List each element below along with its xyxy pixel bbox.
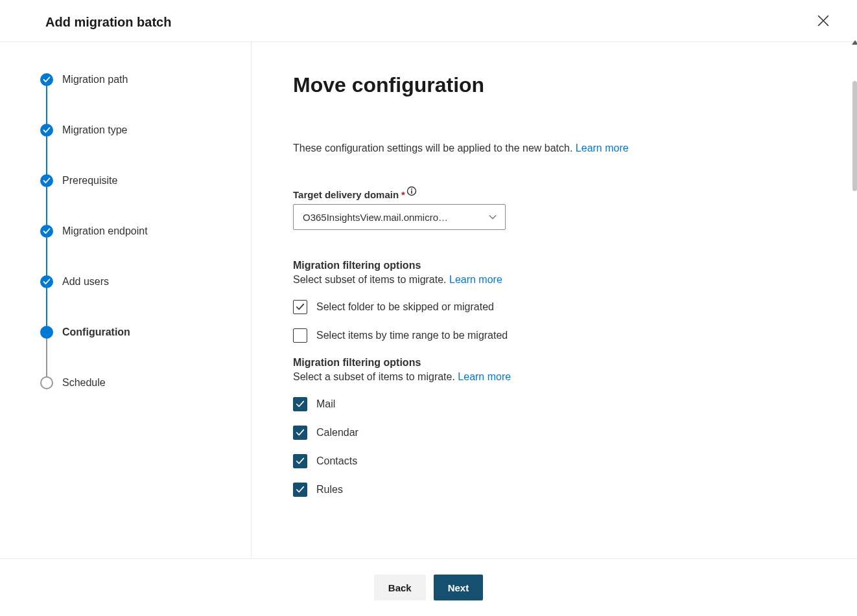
checkbox-icon: [293, 483, 307, 497]
wizard-step-migration-path[interactable]: Migration path: [40, 73, 251, 124]
filtering-options-subtitle-text: Select subset of items to migrate.: [293, 274, 449, 285]
checkbox-label: Contacts: [316, 455, 357, 467]
intro-text: These configuration settings will be app…: [293, 143, 818, 154]
checkbox-label: Mail: [316, 398, 335, 410]
checkbox-select-folder[interactable]: Select folder to be skipped or migrated: [293, 300, 818, 314]
required-asterisk: *: [401, 189, 405, 200]
filtering-options-subtitle-2-text: Select a subset of items to migrate.: [293, 371, 458, 382]
target-domain-dropdown[interactable]: O365InsightsView.mail.onmicro…: [293, 204, 506, 230]
filtering-options-subtitle-2: Select a subset of items to migrate. Lea…: [293, 371, 818, 383]
checkbox-icon: [293, 300, 307, 314]
wizard-step-schedule[interactable]: Schedule: [40, 376, 251, 389]
panel-footer: Back Next: [0, 558, 857, 616]
close-icon: [817, 15, 829, 27]
learn-more-link[interactable]: Learn more: [458, 371, 511, 382]
info-icon[interactable]: [406, 186, 417, 196]
filtering-options-title: Migration filtering options: [293, 260, 818, 271]
checkbox-icon: [293, 454, 307, 468]
check-icon: [40, 124, 53, 137]
checkbox-mail[interactable]: Mail: [293, 397, 818, 411]
main-content: Move configuration These configuration s…: [252, 42, 857, 558]
checkbox-select-timerange[interactable]: Select items by time range to be migrate…: [293, 328, 818, 343]
back-button[interactable]: Back: [374, 575, 426, 600]
wizard-step-label: Prerequisite: [62, 175, 117, 186]
checkbox-contacts[interactable]: Contacts: [293, 454, 818, 468]
learn-more-link[interactable]: Learn more: [576, 143, 629, 154]
checkbox-calendar[interactable]: Calendar: [293, 426, 818, 440]
wizard-step-migration-type[interactable]: Migration type: [40, 124, 251, 174]
wizard-step-label: Schedule: [62, 377, 106, 388]
target-domain-value: O365InsightsView.mail.onmicro…: [303, 212, 448, 223]
wizard-step-label: Migration path: [62, 74, 128, 85]
wizard-step-label: Migration endpoint: [62, 225, 148, 236]
page-heading: Move configuration: [293, 73, 818, 97]
intro-plain: These configuration settings will be app…: [293, 143, 576, 154]
check-icon: [40, 174, 53, 187]
filtering-options-subtitle: Select subset of items to migrate. Learn…: [293, 274, 818, 286]
checkbox-icon: [293, 328, 307, 343]
wizard-step-label: Add users: [62, 276, 109, 287]
wizard-sidebar: Migration path Migration type Prerequisi…: [0, 42, 252, 558]
scrollbar-thumb[interactable]: [852, 81, 857, 191]
wizard-step-add-users[interactable]: Add users: [40, 275, 251, 326]
checkbox-label: Calendar: [316, 427, 358, 439]
next-button[interactable]: Next: [434, 575, 484, 600]
svg-point-1: [411, 188, 412, 190]
panel-title: Add migration batch: [45, 15, 171, 30]
checkbox-label: Select folder to be skipped or migrated: [316, 301, 494, 313]
wizard-step-prerequisite[interactable]: Prerequisite: [40, 174, 251, 225]
filtering-options-title-2: Migration filtering options: [293, 357, 818, 369]
target-domain-label: Target delivery domain *: [293, 189, 818, 200]
pending-step-icon: [40, 376, 53, 389]
checkbox-icon: [293, 397, 307, 411]
checkbox-label: Rules: [316, 484, 343, 496]
chevron-down-icon: [488, 212, 497, 222]
check-icon: [40, 73, 53, 86]
checkbox-icon: [293, 426, 307, 440]
learn-more-link[interactable]: Learn more: [449, 274, 502, 285]
check-icon: [40, 275, 53, 288]
close-button[interactable]: [813, 10, 834, 31]
current-step-icon: [40, 326, 53, 339]
wizard-step-label: Migration type: [62, 124, 128, 135]
panel-header: Add migration batch: [0, 0, 857, 42]
target-domain-label-text: Target delivery domain: [293, 189, 399, 200]
wizard-step-label: Configuration: [62, 326, 130, 337]
check-icon: [40, 225, 53, 238]
wizard-step-migration-endpoint[interactable]: Migration endpoint: [40, 225, 251, 275]
svg-rect-2: [411, 190, 412, 194]
checkbox-label: Select items by time range to be migrate…: [316, 330, 508, 341]
checkbox-rules[interactable]: Rules: [293, 483, 818, 497]
wizard-step-configuration[interactable]: Configuration: [40, 326, 251, 376]
